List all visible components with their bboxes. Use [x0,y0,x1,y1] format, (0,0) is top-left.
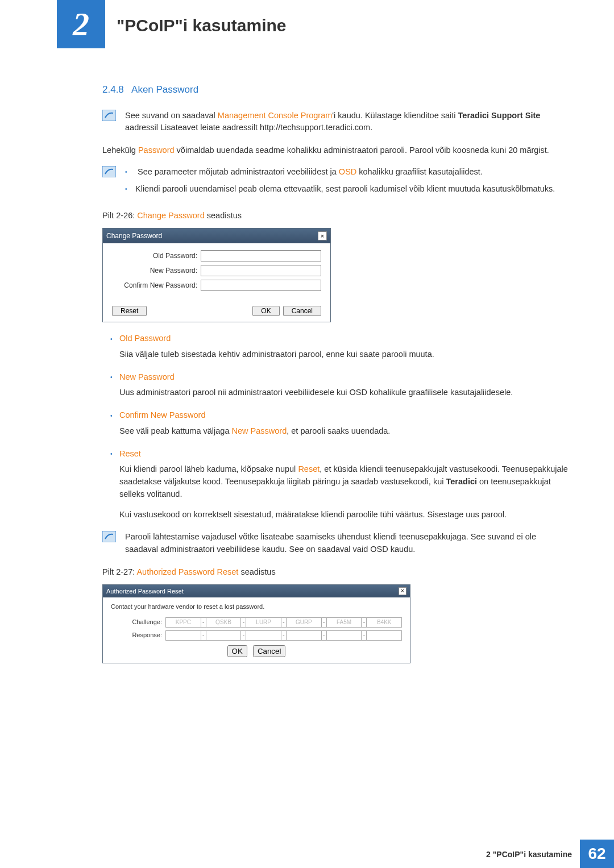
def-term-new-password: New Password [102,371,569,384]
def-desc-confirm-password: See väli peab kattuma väljaga New Passwo… [119,425,569,438]
info-note-3: Parooli lähtestamise vajadusel võtke lis… [125,531,569,556]
list-item: See parameeter mõjutab administraatori v… [125,166,569,178]
response-cells[interactable]: - - - - - [165,630,402,641]
response-seg[interactable] [326,630,362,641]
note-icon [102,166,119,200]
list-item: Kliendi parooli uuendamisel peab olema e… [125,183,569,196]
response-seg[interactable] [165,630,201,641]
close-icon[interactable]: × [318,231,327,240]
response-seg[interactable] [366,630,402,641]
ok-button[interactable]: OK [227,645,247,657]
response-seg[interactable] [246,630,281,641]
figure-caption-2: Pilt 2-27: Authorized Password Reset sea… [102,566,569,579]
old-password-input[interactable] [201,250,321,261]
authorized-password-reset-dialog: Authorized Password Reset × Contact your… [102,584,410,663]
challenge-label: Challenge: [111,617,165,627]
response-seg[interactable] [286,630,322,641]
field-definitions: Old Password Siia väljale tuleb sisestad… [102,333,569,521]
section-title: Aken Password [131,84,198,95]
def-term-old-password: Old Password [102,333,569,345]
note-icon [102,110,119,135]
challenge-seg: KPPC [165,617,201,628]
dialog-title: Change Password [106,231,162,241]
ok-button[interactable]: OK [252,306,279,316]
page-number: 62 [580,840,614,868]
def-desc-old-password: Siia väljale tuleb sisestada kehtiv admi… [119,348,569,361]
note-icon [102,531,119,556]
def-term-reset: Reset [102,448,569,460]
challenge-seg: GURP [286,617,322,628]
challenge-seg: FA5M [326,617,362,628]
section-heading: 2.4.8 Aken Password [102,82,569,97]
challenge-seg: B4KK [366,617,402,628]
challenge-seg: LURP [246,617,281,628]
cancel-button[interactable]: Cancel [253,645,286,657]
dialog-title: Authorized Password Reset [106,587,184,596]
chapter-title: "PCoIP"i kasutamine [117,13,287,38]
page-footer: 2 "PCoIP"i kasutamine 62 [486,840,614,868]
confirm-password-input[interactable] [201,280,321,291]
new-password-label: New Password: [112,265,201,276]
section-number: 2.4.8 [102,84,124,95]
new-password-input[interactable] [201,265,321,276]
change-password-dialog: Change Password × Old Password: New Pass… [102,228,331,322]
svg-rect-2 [102,531,116,542]
svg-rect-0 [102,110,116,121]
response-label: Response: [111,630,165,640]
cancel-button[interactable]: Cancel [283,306,321,316]
confirm-password-label: Confirm New Password: [112,280,201,290]
dialog-instruction: Contact your hardware vendor to reset a … [111,602,402,612]
info-note-1: See suvand on saadaval Management Consol… [125,110,569,135]
footer-text: 2 "PCoIP"i kasutamine [486,840,580,868]
def-desc-reset-2: Kui vastusekood on korrektselt sisestatu… [119,509,569,521]
def-desc-reset-1: Kui kliendi parool läheb kaduma, klõpsak… [119,463,569,500]
figure-caption-1: Pilt 2-26: Change Password seadistus [102,210,569,222]
old-password-label: Old Password: [112,251,201,261]
svg-rect-1 [102,166,116,177]
response-seg[interactable] [206,630,242,641]
info-note-2-list: See parameeter mõjutab administraatori v… [125,166,569,196]
reset-button[interactable]: Reset [112,306,147,316]
paragraph-password-desc: Lehekülg Password võimaldab uuendada sea… [102,144,569,157]
challenge-cells: KPPC- QSKB- LURP- GURP- FA5M- B4KK [165,617,402,628]
challenge-seg: QSKB [206,617,242,628]
def-term-confirm-password: Confirm New Password [102,409,569,422]
chapter-number-badge: 2 [57,0,105,48]
close-icon[interactable]: × [399,587,406,595]
def-desc-new-password: Uus administraatori parool nii administr… [119,387,569,399]
